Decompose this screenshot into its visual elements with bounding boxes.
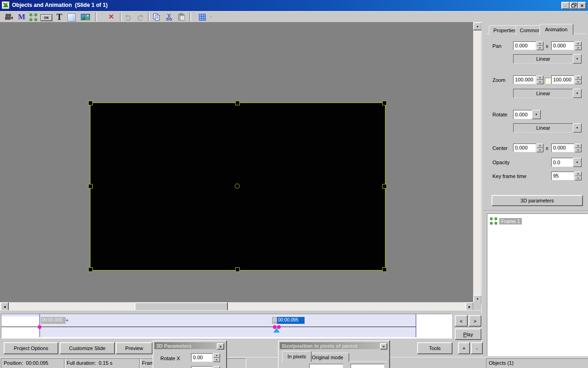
text-tool-button[interactable]: T bbox=[55, 13, 63, 21]
restore-button[interactable] bbox=[570, 2, 578, 9]
canvas-horizontal-scrollbar[interactable]: ◀ ▶ bbox=[0, 302, 473, 310]
zoom-link-checkbox[interactable] bbox=[545, 78, 551, 84]
paste-button[interactable] bbox=[176, 13, 187, 21]
selection-handle-bottom-left[interactable] bbox=[88, 267, 93, 272]
opacity-value[interactable]: 0.0 bbox=[551, 158, 573, 167]
size-height-input-clipped[interactable] bbox=[351, 364, 384, 368]
pan-easing-dropdown-button[interactable]: ▼ bbox=[573, 54, 582, 63]
zoom-y-value[interactable]: 100.000 bbox=[551, 75, 574, 84]
rotate-dropdown-button[interactable]: ▼ bbox=[532, 110, 541, 119]
rotate-input[interactable]: 0.000 ▼ bbox=[513, 110, 541, 119]
3d-parameters-button[interactable]: 3D parameters bbox=[492, 195, 583, 206]
spin-up-icon[interactable]: ▲ bbox=[537, 41, 543, 46]
spin-down-icon[interactable]: ▼ bbox=[575, 148, 582, 153]
spin-up-icon[interactable]: ▲ bbox=[537, 75, 543, 80]
add-keyframe-symbol[interactable]: + bbox=[66, 317, 68, 323]
spin-up-icon[interactable]: ▲ bbox=[575, 75, 582, 80]
pan-x-spin-buttons[interactable]: ▲ ▼ bbox=[537, 41, 543, 50]
3d-parameters-dialog[interactable]: 3D Parameters × Rotate X 0.00 ▲ ▼ bbox=[153, 340, 227, 368]
object-center-marker[interactable] bbox=[235, 184, 240, 189]
frame-tool-button[interactable] bbox=[28, 13, 38, 21]
zoom-x-spin-buttons[interactable]: ▲ ▼ bbox=[537, 75, 543, 84]
image-tool-button[interactable] bbox=[80, 13, 90, 21]
size-position-dialog-close-button[interactable]: × bbox=[380, 343, 387, 350]
pan-y-spin-buttons[interactable]: ▲ ▼ bbox=[575, 41, 582, 50]
pan-y-value[interactable]: 0.000 bbox=[551, 41, 574, 50]
grid-dropdown-arrow[interactable]: ▼ bbox=[208, 14, 214, 20]
pan-x-input[interactable]: 0.000 ▲ ▼ bbox=[513, 41, 543, 50]
spin-down-icon[interactable]: ▼ bbox=[537, 148, 543, 153]
keyframe-time-spin-buttons[interactable]: ▲ ▼ bbox=[575, 172, 582, 180]
selection-handle-top-center[interactable] bbox=[235, 101, 240, 105]
keyframe-start-time-label[interactable]: 00:00.000 bbox=[41, 317, 66, 324]
next-keyframe-button[interactable]: > bbox=[469, 315, 481, 327]
tools-button[interactable]: Tools bbox=[417, 342, 452, 354]
project-options-button[interactable]: Project Options bbox=[4, 342, 58, 354]
spin-down-icon[interactable]: ▼ bbox=[575, 80, 582, 85]
center-y-spin-buttons[interactable]: ▲ ▼ bbox=[575, 144, 582, 152]
timeline-end-marker[interactable] bbox=[416, 314, 416, 337]
pan-easing-dropdown[interactable]: Linear ▼ bbox=[513, 54, 582, 63]
customize-slide-button[interactable]: Customize Slide bbox=[60, 342, 115, 354]
spin-down-icon[interactable]: ▼ bbox=[537, 80, 543, 85]
undo-button[interactable] bbox=[124, 13, 133, 21]
keyframe-dot-start[interactable] bbox=[38, 325, 41, 329]
timeline-zoom-out-button[interactable]: - bbox=[471, 342, 483, 354]
center-y-input[interactable]: 0.000 ▲ ▼ bbox=[551, 144, 582, 152]
redo-button[interactable] bbox=[136, 13, 145, 21]
tab-original-mode[interactable]: Original mode bbox=[306, 353, 349, 362]
spin-up-icon[interactable]: ▲ bbox=[213, 353, 220, 358]
selection-handle-mid-right[interactable] bbox=[382, 184, 387, 189]
spin-up-icon[interactable]: ▲ bbox=[575, 172, 582, 176]
playhead-triangle[interactable] bbox=[273, 328, 280, 333]
spin-up-icon[interactable]: ▲ bbox=[575, 144, 582, 148]
center-x-input[interactable]: 0.000 ▲ ▼ bbox=[513, 144, 543, 152]
selection-handle-mid-left[interactable] bbox=[88, 184, 93, 189]
center-x-spin-buttons[interactable]: ▲ ▼ bbox=[537, 144, 543, 152]
movie-object-tool-button[interactable]: M bbox=[17, 13, 26, 21]
center-x-value[interactable]: 0.000 bbox=[513, 144, 536, 152]
rotate-x-spin-buttons[interactable]: ▲ ▼ bbox=[213, 353, 220, 362]
grid-button[interactable] bbox=[198, 13, 207, 21]
object-list-item[interactable]: Frame 1 bbox=[489, 218, 586, 225]
spin-down-icon[interactable]: ▼ bbox=[575, 176, 582, 181]
pan-y-input[interactable]: 0.000 ▲ ▼ bbox=[551, 41, 582, 50]
button-object-tool-button[interactable]: OK bbox=[40, 14, 52, 21]
selection-handle-top-left[interactable] bbox=[88, 101, 93, 105]
rectangle-tool-button[interactable] bbox=[68, 13, 76, 22]
play-button[interactable]: Play bbox=[455, 328, 481, 340]
zoom-easing-dropdown-button[interactable]: ▼ bbox=[573, 89, 582, 98]
timeline-zoom-in-button[interactable]: + bbox=[458, 342, 470, 354]
opacity-input[interactable]: 0.0 ▼ bbox=[551, 158, 582, 167]
timeline[interactable]: 00:00.000 + 00:00.095 00:00.095 bbox=[1, 314, 452, 339]
object-list[interactable]: Frame 1 bbox=[487, 213, 588, 356]
preview-button[interactable]: Preview bbox=[116, 342, 153, 354]
rotate-value[interactable]: 0.000 bbox=[513, 110, 532, 119]
spin-down-icon[interactable]: ▼ bbox=[537, 46, 543, 51]
rotate-x-input[interactable]: 0.00 ▲ ▼ bbox=[191, 353, 220, 362]
tab-animation[interactable]: Animation bbox=[539, 24, 573, 35]
rotate-easing-value[interactable]: Linear bbox=[513, 123, 573, 132]
zoom-easing-dropdown[interactable]: Linear ▼ bbox=[513, 89, 582, 98]
zoom-y-input[interactable]: 100.000 ▲ ▼ bbox=[551, 75, 582, 84]
cut-button[interactable] bbox=[164, 13, 174, 21]
pan-x-value[interactable]: 0.000 bbox=[513, 41, 536, 50]
spin-down-icon[interactable]: ▼ bbox=[213, 358, 220, 362]
rotate-easing-dropdown[interactable]: Linear ▼ bbox=[513, 123, 582, 132]
size-position-dialog-titlebar[interactable]: Size/position in pixels of parent bbox=[280, 342, 388, 349]
size-width-input-clipped[interactable] bbox=[309, 364, 343, 368]
keyframe-current-time-label[interactable]: 00:00.095 bbox=[277, 317, 305, 324]
tab-in-pixels[interactable]: In pixels bbox=[282, 351, 311, 362]
keyframe-time-value[interactable]: 95 bbox=[551, 172, 574, 180]
copy-button[interactable] bbox=[152, 13, 162, 21]
opacity-dropdown-button[interactable]: ▼ bbox=[573, 158, 582, 167]
center-y-value[interactable]: 0.000 bbox=[551, 144, 574, 152]
3d-parameters-dialog-titlebar[interactable]: 3D Parameters bbox=[154, 342, 225, 349]
minimize-button[interactable]: _ bbox=[561, 2, 570, 9]
keyframe-time-input[interactable]: 95 ▲ ▼ bbox=[551, 172, 582, 180]
zoom-x-input[interactable]: 100.000 ▲ ▼ bbox=[513, 75, 543, 84]
zoom-x-value[interactable]: 100.000 bbox=[513, 75, 536, 84]
spin-up-icon[interactable]: ▲ bbox=[537, 144, 543, 148]
previous-keyframe-button[interactable]: < bbox=[455, 315, 468, 327]
object-list-item-label[interactable]: Frame 1 bbox=[499, 218, 522, 224]
